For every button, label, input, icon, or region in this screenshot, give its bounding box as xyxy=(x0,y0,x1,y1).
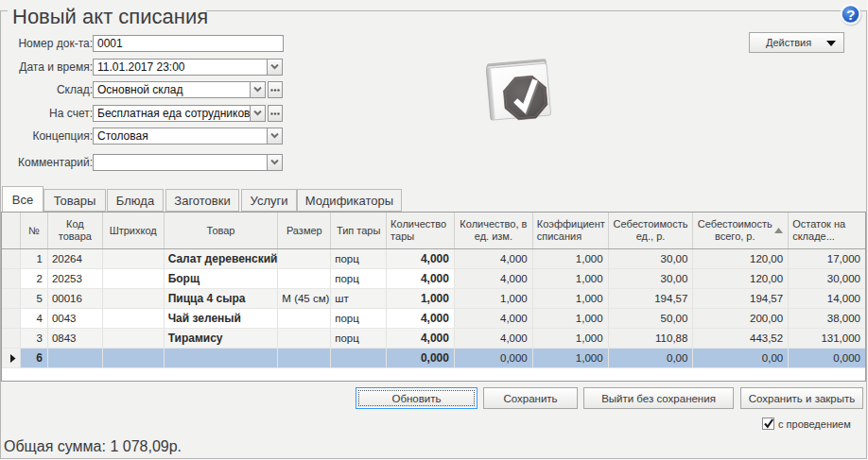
svg-text:?: ? xyxy=(846,7,855,23)
